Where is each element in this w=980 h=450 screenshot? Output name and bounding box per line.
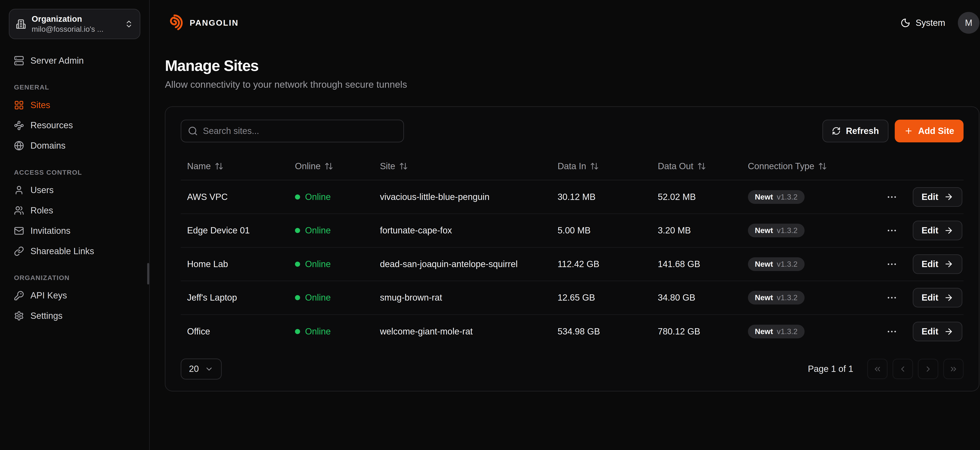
first-page-button[interactable] [867,359,888,379]
column-header-data-out[interactable]: Data Out [652,161,742,171]
sites-card: Refresh Add Site Name Online Site Data I… [165,106,979,391]
sidebar-item-label: Server Admin [30,55,84,66]
row-menu-button[interactable] [884,256,900,273]
sidebar-item-users[interactable]: Users [9,180,140,200]
site-status: Online [288,326,374,337]
online-dot-icon [295,195,300,200]
arrow-right-icon [944,259,953,269]
refresh-icon [832,127,841,135]
site-name: Home Lab [181,259,288,269]
table-header: Name Online Site Data In Data Out Connec… [181,152,964,181]
user-icon [14,185,24,195]
row-actions: Edit [884,288,964,307]
search-input[interactable] [181,120,404,143]
sidebar-item-label: API Keys [30,290,67,301]
row-actions: Edit [884,254,964,274]
ellipsis-icon [886,326,897,337]
sidebar-item-api-keys[interactable]: API Keys [9,285,140,306]
next-page-button[interactable] [918,359,938,379]
row-menu-button[interactable] [884,222,900,239]
link-icon [14,246,24,256]
moon-icon [900,18,911,28]
theme-label: System [915,18,945,28]
connection-name: Newt [755,293,773,302]
column-header-site[interactable]: Site [374,161,551,171]
column-header-connection-type[interactable]: Connection Type [741,161,957,171]
edit-button[interactable]: Edit [913,221,963,240]
edit-label: Edit [921,293,939,303]
data-out: 141.68 GB [652,259,742,269]
page-size-value: 20 [189,364,199,374]
chevrons-left-icon [873,364,882,374]
table-row: Home Lab Online dead-san-joaquin-antelop… [181,248,964,281]
data-out: 52.02 MB [652,192,742,202]
last-page-button[interactable] [943,359,964,379]
sidebar-item-label: Sites [30,100,50,110]
sidebar-item-invitations[interactable]: Invitations [9,221,140,241]
ellipsis-icon [886,191,897,203]
sidebar-scrollbar[interactable] [147,263,149,285]
sidebar-item-label: Invitations [30,226,70,236]
row-menu-button[interactable] [884,290,900,306]
page-size-select[interactable]: 20 [181,358,221,380]
edit-button[interactable]: Edit [913,254,963,274]
site-name: Office [181,326,288,337]
sort-icon [215,162,223,171]
edit-label: Edit [921,225,939,236]
edit-button[interactable]: Edit [913,322,963,341]
site-slug: welcome-giant-mole-rat [374,326,551,337]
arrow-right-icon [944,226,953,235]
site-name: Edge Device 01 [181,225,288,236]
sidebar-item-roles[interactable]: Roles [9,200,140,221]
avatar[interactable]: M [958,12,979,33]
sidebar-item-sites[interactable]: Sites [9,95,140,115]
edit-button[interactable]: Edit [913,187,963,207]
sidebar-item-shareable-links[interactable]: Shareable Links [9,241,140,261]
data-out: 3.20 MB [652,225,742,236]
column-header-data-in[interactable]: Data In [551,161,651,171]
column-header-name[interactable]: Name [181,161,288,171]
chevron-down-icon [205,364,213,374]
users-icon [14,205,24,215]
sidebar-item-label: Resources [30,120,73,130]
online-dot-icon [295,329,300,334]
chevrons-up-down-icon [124,20,133,29]
table-row: Jeff's Laptop Online smug-brown-rat 12.6… [181,281,964,315]
connection-badge: Newtv1.3.2 [748,257,805,271]
status-label: Online [305,293,331,303]
page-title: Manage Sites [165,57,979,74]
refresh-button[interactable]: Refresh [822,120,888,143]
data-out: 780.12 GB [652,326,742,337]
connection-version: v1.3.2 [777,193,797,201]
connection-name: Newt [755,226,773,235]
edit-label: Edit [921,259,939,269]
topbar: PANGOLIN System M [150,0,980,46]
site-slug: vivacious-little-blue-penguin [374,192,551,202]
building-icon [16,19,26,29]
gear-icon [14,311,24,321]
org-selector[interactable]: Organization milo@fossorial.io's ... [9,9,140,39]
table-row: Edge Device 01 Online fortunate-cape-fox… [181,214,964,248]
column-label: Name [187,161,211,171]
connection-badge: Newtv1.3.2 [748,223,805,237]
theme-toggle-button[interactable]: System [900,18,945,28]
row-menu-button[interactable] [884,189,900,205]
chevrons-right-icon [949,364,958,374]
sort-icon [697,162,706,171]
prev-page-button[interactable] [892,359,913,379]
sidebar-item-domains[interactable]: Domains [9,136,140,156]
status-label: Online [305,225,331,236]
sidebar-item-settings[interactable]: Settings [9,306,140,326]
sort-icon [818,162,827,171]
data-in: 112.42 GB [551,259,651,269]
add-site-button[interactable]: Add Site [895,120,964,143]
edit-label: Edit [921,326,939,337]
server-icon [14,55,24,66]
ellipsis-icon [886,225,897,236]
edit-button[interactable]: Edit [913,288,963,307]
column-header-online[interactable]: Online [288,161,374,171]
sidebar-item-resources[interactable]: Resources [9,115,140,136]
sidebar-item-server-admin[interactable]: Server Admin [9,51,140,71]
row-menu-button[interactable] [884,323,900,340]
sort-icon [325,162,333,171]
